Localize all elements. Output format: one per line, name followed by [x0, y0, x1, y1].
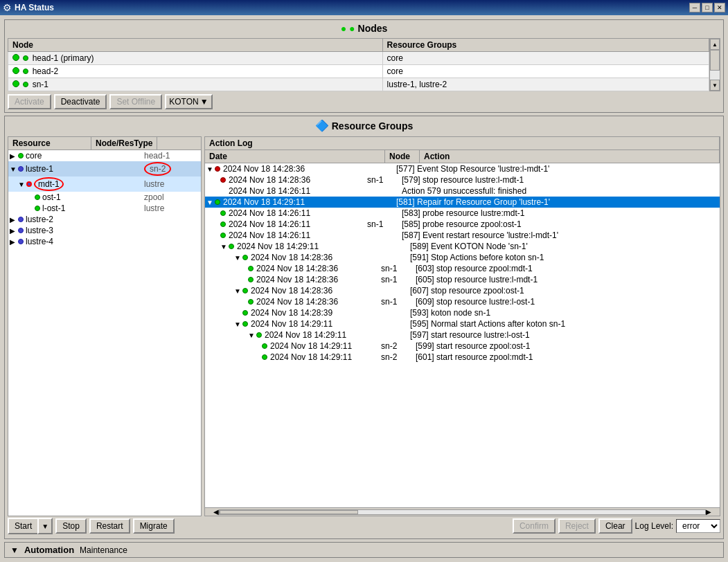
- log-row-577[interactable]: ▼ 2024 Nov 18 14:28:36 [577] Event Stop …: [205, 163, 720, 174]
- log-action: [597] start resource lustre:l-ost-1: [410, 330, 718, 340]
- close-button[interactable]: ✕: [714, 3, 725, 12]
- log-action: [591] Stop Actions before koton sn-1: [410, 253, 718, 262]
- status-dot-2: [23, 55, 28, 61]
- scroll-thumb[interactable]: [710, 50, 720, 71]
- expand-icon: ▼: [18, 181, 26, 188]
- log-node: sn-1: [381, 297, 416, 307]
- log-row-605[interactable]: 2024 Nov 18 14:28:36 sn-1 [605] stop res…: [205, 274, 720, 285]
- set-offline-button[interactable]: Set Offline: [109, 94, 162, 109]
- expand-icon: ▼: [248, 332, 256, 339]
- status-dot: [248, 299, 254, 305]
- tree-label: lustre-4: [26, 237, 144, 246]
- log-row-595[interactable]: ▼ 2024 Nov 18 14:29:11 [595] Normal star…: [205, 318, 720, 329]
- log-scroll[interactable]: ▼ 2024 Nov 18 14:28:36 [577] Event Stop …: [205, 163, 720, 507]
- deactivate-button[interactable]: Deactivate: [54, 94, 107, 109]
- automation-arrow-icon: ▼: [10, 545, 19, 555]
- status-dot: [18, 153, 24, 158]
- log-date: 2024 Nov 18 14:26:11: [229, 208, 367, 218]
- log-action: [593] koton node sn-1: [410, 308, 718, 318]
- log-date: 2024 Nov 18 14:26:11: [229, 230, 367, 240]
- main-content: ● ● Nodes Node Resource Groups: [0, 15, 728, 562]
- log-action: [603] stop resource zpool:mdt-1: [416, 264, 718, 273]
- log-date: 2024 Nov 18 14:29:11: [237, 242, 375, 251]
- h-scrollbar[interactable]: [219, 509, 706, 515]
- log-level-section: Log Level: error warn info debug: [635, 519, 720, 533]
- log-level-label: Log Level:: [635, 521, 673, 531]
- reject-button[interactable]: Reject: [558, 518, 596, 534]
- restart-button[interactable]: Restart: [89, 518, 130, 534]
- table-row[interactable]: head-2 core: [8, 65, 709, 78]
- scroll-up-btn[interactable]: ▲: [710, 39, 720, 50]
- log-action: [587] Event restart resource 'lustre:l-m…: [402, 230, 718, 240]
- scroll-right-btn[interactable]: ▶: [706, 508, 711, 516]
- confirm-button[interactable]: Confirm: [513, 518, 556, 534]
- expand-icon: ▼: [10, 165, 18, 173]
- nodes-table: Node Resource Groups head-1 (primary) co…: [8, 38, 709, 91]
- start-dropdown-button[interactable]: ▼: [37, 518, 53, 534]
- log-action: [583] probe resource lustre:mdt-1: [402, 208, 718, 218]
- rg-title: 🔷 Resource Groups: [8, 119, 720, 132]
- log-row-593[interactable]: 2024 Nov 18 14:28:39 [593] koton node sn…: [205, 307, 720, 318]
- log-row-607[interactable]: ▼ 2024 Nov 18 14:28:36 [607] stop resour…: [205, 285, 720, 296]
- log-row-597[interactable]: ▼ 2024 Nov 18 14:29:11 [597] start resou…: [205, 329, 720, 341]
- tree-row-lustre2[interactable]: ▶ lustre-2: [8, 214, 201, 225]
- log-action: [607] stop resource zpool:ost-1: [410, 286, 718, 296]
- status-dot: [18, 239, 24, 244]
- log-row-579b[interactable]: 2024 Nov 18 14:26:11 Action 579 unsucces…: [205, 185, 720, 197]
- scroll-left-btn[interactable]: ◀: [213, 508, 219, 516]
- migrate-button[interactable]: Migrate: [133, 518, 175, 534]
- dropdown-arrow-icon: ▼: [200, 97, 208, 107]
- expand-icon: ▼: [206, 199, 215, 206]
- tree-label: ost-1: [42, 192, 144, 202]
- tree-row-lost1[interactable]: l-ost-1 lustre: [8, 203, 201, 214]
- node-groups-1: core: [382, 65, 709, 78]
- log-row-589[interactable]: ▼ 2024 Nov 18 14:29:11 [589] Event KOTON…: [205, 241, 720, 252]
- window-controls: ─ □ ✕: [689, 3, 725, 12]
- log-action: [601] start resource zpool:mdt-1: [416, 352, 718, 362]
- minimize-button[interactable]: ─: [689, 3, 700, 12]
- koton-dropdown[interactable]: KOTON ▼: [165, 94, 212, 109]
- status-dot: [220, 210, 226, 216]
- status-dot-5: [12, 80, 19, 87]
- status-dot: [35, 206, 40, 211]
- clear-button[interactable]: Clear: [598, 518, 632, 534]
- tree-row-lustre3[interactable]: ▶ lustre-3: [8, 225, 201, 236]
- log-row-591[interactable]: ▼ 2024 Nov 18 14:28:36 [591] Stop Action…: [205, 252, 720, 263]
- tree-row-mdt1[interactable]: ▼ mdt-1 lustre: [8, 176, 201, 192]
- log-row-601[interactable]: 2024 Nov 18 14:29:11 sn-2 [601] start re…: [205, 352, 720, 363]
- log-row-603[interactable]: 2024 Nov 18 14:28:36 sn-1 [603] stop res…: [205, 263, 720, 274]
- log-row-587[interactable]: 2024 Nov 18 14:26:11 [587] Event restart…: [205, 230, 720, 241]
- maximize-button[interactable]: □: [702, 3, 713, 12]
- nodes-scrollbar[interactable]: ▲ ▼: [709, 38, 720, 91]
- h-thumb[interactable]: [220, 510, 358, 514]
- stop-button[interactable]: Stop: [55, 518, 87, 534]
- log-row-579[interactable]: 2024 Nov 18 14:28:36 sn-1 [579] stop res…: [205, 174, 720, 185]
- tree-row-ost1[interactable]: ost-1 zpool: [8, 192, 201, 203]
- tree-panel: Resource Node/ResType ▶ core head-1 ▼ lu…: [8, 136, 202, 516]
- table-row[interactable]: head-1 (primary) core: [8, 52, 709, 65]
- nodes-table-container: Node Resource Groups head-1 (primary) co…: [8, 38, 709, 91]
- log-node: sn-2: [381, 352, 416, 362]
- start-button[interactable]: Start: [8, 518, 37, 534]
- rg-body: Resource Node/ResType ▶ core head-1 ▼ lu…: [8, 136, 720, 516]
- log-row-609[interactable]: 2024 Nov 18 14:28:36 sn-1 [609] stop res…: [205, 296, 720, 307]
- log-row-583[interactable]: 2024 Nov 18 14:26:11 [583] probe resourc…: [205, 208, 720, 219]
- log-date: 2024 Nov 18 14:28:39: [251, 308, 375, 318]
- tree-row-lustre1[interactable]: ▼ lustre-1 sn-2: [8, 161, 201, 176]
- tree-type: lustre: [144, 179, 199, 189]
- tree-label: l-ost-1: [42, 203, 144, 213]
- tree-row-core[interactable]: ▶ core head-1: [8, 150, 201, 161]
- log-row-585[interactable]: 2024 Nov 18 14:26:11 sn-1 [585] probe re…: [205, 219, 720, 230]
- log-date: 2024 Nov 18 14:29:11: [251, 319, 375, 329]
- scroll-down-btn[interactable]: ▼: [710, 80, 720, 91]
- log-date: 2024 Nov 18 14:26:11: [229, 186, 367, 196]
- log-row-581[interactable]: ▼ 2024 Nov 18 14:29:11 [581] Repair for …: [205, 197, 720, 208]
- table-row[interactable]: sn-1 lustre-1, lustre-2: [8, 78, 709, 91]
- log-level-select[interactable]: error warn info debug: [676, 519, 720, 533]
- status-dot-1: [12, 54, 19, 61]
- log-date: 2024 Nov 18 14:29:11: [270, 341, 381, 351]
- nodes-title-text: Nodes: [358, 23, 388, 34]
- activate-button[interactable]: Activate: [8, 94, 51, 109]
- log-row-599[interactable]: 2024 Nov 18 14:29:11 sn-2 [599] start re…: [205, 341, 720, 352]
- tree-row-lustre4[interactable]: ▶ lustre-4: [8, 236, 201, 247]
